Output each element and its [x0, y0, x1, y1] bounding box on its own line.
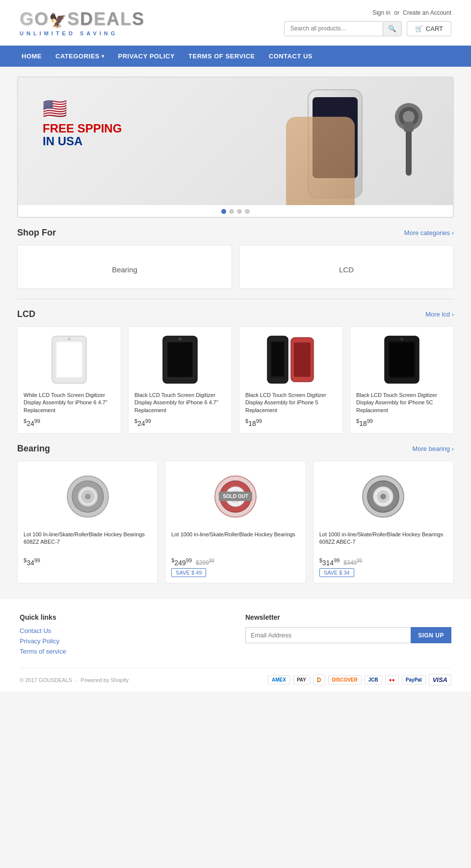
lcd-product-3-name: Black LCD Touch Screen Digitizer Display… [245, 392, 337, 415]
bearing-product-3[interactable]: Lot 1000 in-line/Skate/RollerBlade Hocke… [313, 461, 454, 584]
hero-image: 🇺🇸 FREE SPPING IN USA [18, 78, 453, 205]
lcd-product-2-name: Black LCD Touch Screen Digitizer Display… [134, 392, 226, 415]
sold-out-badge: SOLD OUT [219, 492, 252, 501]
search-button[interactable]: 🔍 [383, 22, 401, 36]
dot-4[interactable] [245, 209, 250, 214]
create-account-link[interactable]: Create an Account [403, 9, 451, 16]
sign-links: Sign in or Create an Account [372, 9, 451, 16]
footer-terms-link[interactable]: Terms of service [20, 648, 226, 655]
more-categories-link[interactable]: More categories › [404, 229, 454, 237]
lcd-product-4-name: Black LCD Touch Screen Digitizer Display… [356, 392, 447, 415]
nav-item-categories[interactable]: CATEGORIES ▾ [49, 46, 111, 67]
or-text: or [394, 9, 399, 16]
bearing-product-2-img-wrapper: SOLD OUT [171, 467, 299, 526]
cart-label: CART [426, 25, 443, 32]
newsletter-email-input[interactable] [245, 627, 411, 643]
lcd-product-2[interactable]: Black LCD Touch Screen Digitizer Display… [128, 326, 232, 434]
bearing-title: Bearing [17, 444, 50, 454]
category-bearing[interactable]: Bearing [17, 245, 232, 289]
more-bearing-link[interactable]: More bearing › [412, 445, 454, 452]
search-box: 🔍 [284, 21, 402, 36]
nav-item-contact[interactable]: CONTACT US [262, 46, 319, 67]
svg-rect-23 [390, 342, 414, 377]
bearing-header: Bearing More bearing › [17, 444, 454, 454]
lcd-header: LCD More lcd › [17, 309, 454, 319]
quick-links-title: Quick links [20, 613, 226, 621]
sign-in-link[interactable]: Sign in [372, 9, 391, 16]
more-lcd-link[interactable]: More lcd › [425, 311, 454, 318]
save-badge-3: SAVE $ 34 [319, 568, 354, 577]
bearing-product-3-img [319, 467, 447, 526]
save-badge-2: SAVE $ 49 [171, 568, 206, 577]
nav-item-terms[interactable]: TERMS OF SERVICE [182, 46, 262, 67]
bearing-product-1[interactable]: Lot 100 In-line/Skate/RollerBlade Hockey… [17, 461, 158, 584]
svg-point-11 [68, 338, 71, 341]
lcd-product-2-price: $2499 [134, 418, 226, 427]
lcd-product-1-img [24, 333, 115, 387]
dot-3[interactable] [237, 209, 242, 214]
nav-item-home[interactable]: HOME [15, 46, 49, 67]
pay-jcb: JCB [365, 675, 382, 684]
search-icon: 🔍 [388, 25, 396, 32]
lcd-product-3-price: $1899 [245, 418, 337, 427]
logo-area: GO🦅SDEALS UNLIMITED SAVING [20, 9, 145, 36]
svg-rect-10 [57, 342, 81, 377]
svg-rect-14 [168, 342, 192, 377]
pay-visa: VISA [429, 674, 451, 685]
shop-for-section: Shop For More categories › Bearing LCD [17, 228, 454, 289]
logo-main: GO🦅SDEALS [20, 9, 145, 29]
search-input[interactable] [285, 22, 383, 35]
hand-sim [286, 117, 355, 205]
nav-item-privacy[interactable]: PRIVACY POLICY [111, 46, 182, 67]
svg-point-39 [380, 494, 386, 500]
hero-badge: 🇺🇸 FREE SPPING IN USA [43, 97, 122, 148]
main-nav: HOME CATEGORIES ▾ PRIVACY POLICY TERMS O… [0, 46, 471, 67]
categories-label: CATEGORIES [55, 53, 100, 60]
header: GO🦅SDEALS UNLIMITED SAVING Sign in or Cr… [0, 0, 471, 46]
newsletter-signup-button[interactable]: SIGN UP [411, 627, 451, 643]
bearing-product-2[interactable]: SOLD OUT Lot 1000 in-line/Skate/RollerBl… [165, 461, 306, 584]
hero-section: 🇺🇸 FREE SPPING IN USA [17, 77, 454, 218]
lcd-product-4[interactable]: Black LCD Touch Screen Digitizer Display… [350, 326, 454, 434]
svg-rect-7 [404, 122, 414, 132]
category-lcd-label: LCD [339, 265, 354, 274]
bearing-section: Bearing More bearing › Lot 100 In-line/S… [17, 444, 454, 584]
lcd-product-1-price: $2499 [24, 418, 115, 427]
shop-for-header: Shop For More categories › [17, 228, 454, 238]
svg-point-5 [403, 111, 415, 123]
dot-2[interactable] [229, 209, 234, 214]
bearing-product-1-name: Lot 100 In-line/Skate/RollerBlade Hockey… [24, 531, 152, 554]
footer-privacy-link[interactable]: Privacy Policy [20, 637, 226, 645]
bearing-product-grid: Lot 100 In-line/Skate/RollerBlade Hockey… [17, 461, 454, 584]
svg-rect-18 [271, 342, 284, 376]
bearing-product-2-name: Lot 1000 in-line/Skate/RollerBlade Hocke… [171, 531, 299, 554]
pay-amex: AMEX [268, 675, 290, 684]
pay-mastercard: ●● [385, 675, 399, 684]
bearing-product-2-price: $24999 $29999 [171, 557, 299, 567]
cart-icon: 🛒 [415, 25, 423, 32]
dropdown-icon: ▾ [102, 53, 105, 59]
divider-1 [17, 299, 454, 299]
hero-text-line2: IN USA [43, 135, 82, 148]
bearing-product-1-img [24, 467, 152, 526]
svg-point-29 [85, 494, 91, 500]
lcd-product-1[interactable]: White LCD Touch Screen Digitizer Display… [17, 326, 121, 434]
footer-contact-link[interactable]: Contact Us [20, 627, 226, 634]
lcd-product-grid: White LCD Touch Screen Digitizer Display… [17, 326, 454, 434]
slideshow-dots [18, 205, 453, 217]
flag-icon: 🇺🇸 [43, 97, 67, 120]
lcd-title: LCD [17, 309, 35, 319]
footer-grid: Quick links Contact Us Privacy Policy Te… [20, 613, 451, 658]
newsletter-title: Newsletter [245, 613, 451, 621]
footer: Quick links Contact Us Privacy Policy Te… [0, 598, 471, 691]
payment-icons: AMEX PAY D DISCOVER JCB ●● PayPal VISA [268, 674, 451, 685]
tool-mockup [384, 92, 423, 182]
header-actions: 🔍 🛒 CART [284, 21, 451, 36]
dot-1[interactable] [221, 209, 226, 214]
lcd-product-3[interactable]: Black LCD Touch Screen Digitizer Display… [239, 326, 343, 434]
bearing-product-3-name: Lot 1000 in-line/Skate/RollerBlade Hocke… [319, 531, 447, 554]
category-lcd[interactable]: LCD [239, 245, 454, 289]
svg-point-15 [179, 338, 182, 341]
powered-by-link[interactable]: Powered by Shopify [80, 677, 129, 683]
cart-button[interactable]: 🛒 CART [407, 21, 451, 36]
